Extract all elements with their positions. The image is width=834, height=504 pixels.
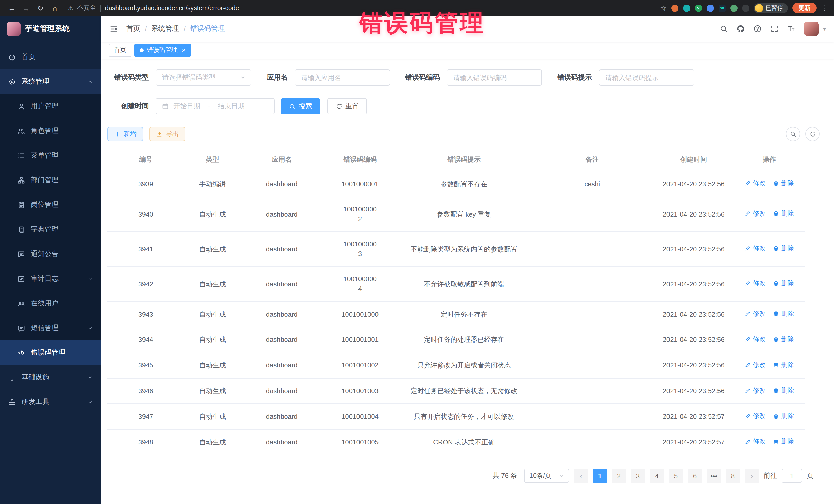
error-type-select[interactable]: 请选择错误码类型 xyxy=(155,69,251,86)
sidebar-item-dept-management[interactable]: 部门管理 xyxy=(0,168,101,193)
font-size-icon[interactable] xyxy=(787,25,795,33)
delete-link[interactable]: 删除 xyxy=(773,279,794,288)
delete-link[interactable]: 删除 xyxy=(773,309,794,319)
delete-link[interactable]: 删除 xyxy=(773,411,794,421)
edit-link[interactable]: 修改 xyxy=(745,411,766,421)
cell-app: dashboard xyxy=(241,327,323,353)
delete-link[interactable]: 删除 xyxy=(773,209,794,219)
page-size-select[interactable]: 10条/页 xyxy=(524,468,569,483)
sidebar-item-infrastructure[interactable]: 基础设施 xyxy=(0,365,101,390)
main-area: 首页 / 系统管理 / 错误码管理 xyxy=(101,16,834,504)
page-button-2[interactable]: 2 xyxy=(612,468,626,483)
fullscreen-icon[interactable] xyxy=(770,25,778,33)
edit-link[interactable]: 修改 xyxy=(745,437,766,447)
help-icon[interactable] xyxy=(753,25,762,33)
sidebar-item-label: 菜单管理 xyxy=(31,151,59,160)
cell-created: 2021-04-20 23:52:57 xyxy=(654,430,733,455)
sidebar-item-dict-management[interactable]: 字典管理 xyxy=(0,217,101,242)
delete-link[interactable]: 删除 xyxy=(773,335,794,344)
page-button-6[interactable]: 6 xyxy=(688,468,702,483)
edit-link[interactable]: 修改 xyxy=(745,309,766,319)
cell-type: 自动生成 xyxy=(184,353,241,378)
bookmark-star-icon[interactable]: ☆ xyxy=(660,4,666,12)
tag-home[interactable]: 首页 xyxy=(109,43,131,57)
sidebar-item-error-code-management[interactable]: 错误码管理 xyxy=(0,340,101,365)
delete-link[interactable]: 删除 xyxy=(773,360,794,370)
export-button[interactable]: 导出 xyxy=(149,127,185,141)
cell-app: dashboard xyxy=(241,267,323,302)
extension-icon[interactable] xyxy=(730,4,737,12)
next-page-button[interactable]: › xyxy=(745,468,759,483)
edit-link[interactable]: 修改 xyxy=(745,360,766,370)
sidebar-item-sms-management[interactable]: 短信管理 xyxy=(0,316,101,340)
prev-page-button[interactable]: ‹ xyxy=(574,468,588,483)
sidebar-item-audit-log[interactable]: 审计日志 xyxy=(0,266,101,291)
browser-menu-icon[interactable]: ⋮ xyxy=(821,4,828,12)
sidebar-item-home[interactable]: 首页 xyxy=(0,45,101,69)
date-range-picker[interactable]: 开始日期 - 结束日期 xyxy=(155,98,275,114)
search-icon[interactable] xyxy=(720,25,728,33)
reset-button[interactable]: 重置 xyxy=(327,98,367,114)
delete-link[interactable]: 删除 xyxy=(773,386,794,395)
extension-icon[interactable] xyxy=(671,4,678,12)
sidebar-item-online-user[interactable]: 在线用户 xyxy=(0,291,101,316)
search-button[interactable]: 搜索 xyxy=(281,98,320,114)
toggle-search-button[interactable] xyxy=(786,127,800,141)
range-separator: - xyxy=(208,103,210,110)
extension-icon[interactable] xyxy=(706,4,714,12)
screenshot-root: ← → ↻ ⌂ ⚠ 不安全 | dashboard.yudao.iocoder.… xyxy=(0,0,834,504)
edit-link[interactable]: 修改 xyxy=(745,386,766,395)
profile-paused-badge[interactable]: 已暂停 xyxy=(754,3,788,13)
page-button-8[interactable]: 8 xyxy=(726,468,740,483)
sidebar-item-notice[interactable]: 通知公告 xyxy=(0,242,101,266)
breadcrumb-item-current: 错误码管理 xyxy=(190,24,225,34)
goto-page-input[interactable] xyxy=(782,468,802,483)
page-button-1[interactable]: 1 xyxy=(593,468,607,483)
sidebar-item-post-management[interactable]: 岗位管理 xyxy=(0,193,101,217)
page-button-3[interactable]: 3 xyxy=(631,468,645,483)
extension-icon[interactable]: on xyxy=(718,4,725,12)
address-bar[interactable]: ⚠ 不安全 | dashboard.yudao.iocoder.cn/syste… xyxy=(68,4,239,12)
close-icon[interactable]: × xyxy=(182,47,185,53)
breadcrumb-item[interactable]: 系统管理 xyxy=(151,24,179,34)
sidebar-item-menu-management[interactable]: 菜单管理 xyxy=(0,143,101,168)
edit-link[interactable]: 修改 xyxy=(745,244,766,254)
delete-link[interactable]: 删除 xyxy=(773,437,794,447)
delete-link[interactable]: 删除 xyxy=(773,179,794,188)
sidebar-item-role-management[interactable]: 角色管理 xyxy=(0,118,101,143)
forward-icon[interactable]: → xyxy=(21,4,32,12)
page-ellipsis[interactable]: ••• xyxy=(707,468,721,483)
sidebar-item-user-management[interactable]: 用户管理 xyxy=(0,94,101,118)
tag-error-code[interactable]: 错误码管理 × xyxy=(134,43,191,57)
app-name-input[interactable] xyxy=(294,69,390,86)
chevron-down-icon[interactable]: ▾ xyxy=(823,26,826,31)
refresh-table-button[interactable] xyxy=(805,127,820,141)
back-icon[interactable]: ← xyxy=(6,4,18,12)
page-button-5[interactable]: 5 xyxy=(669,468,683,483)
browser-update-button[interactable]: 更新 xyxy=(792,3,816,13)
edit-link[interactable]: 修改 xyxy=(745,179,766,188)
extension-icon[interactable]: V xyxy=(695,4,702,12)
extension-icon[interactable] xyxy=(683,4,690,12)
cell-type: 手动编辑 xyxy=(184,171,241,197)
column-header: 创建时间 xyxy=(654,148,733,171)
cell-actions: 修改删除 xyxy=(733,197,805,232)
extension-puzzle-icon[interactable] xyxy=(742,4,749,12)
breadcrumb-item[interactable]: 首页 xyxy=(126,24,140,34)
edit-link[interactable]: 修改 xyxy=(745,209,766,219)
page-button-4[interactable]: 4 xyxy=(650,468,664,483)
sidebar-item-dev-tools[interactable]: 研发工具 xyxy=(0,390,101,414)
chevron-up-icon xyxy=(87,79,93,84)
hamburger-icon[interactable] xyxy=(109,24,118,33)
add-button[interactable]: 新增 xyxy=(107,127,143,141)
delete-link[interactable]: 删除 xyxy=(773,244,794,254)
user-avatar[interactable] xyxy=(804,22,819,36)
edit-link[interactable]: 修改 xyxy=(745,279,766,288)
error-code-input[interactable] xyxy=(446,69,542,86)
sidebar-item-system-management[interactable]: 系统管理 xyxy=(0,69,101,94)
reload-icon[interactable]: ↻ xyxy=(35,4,46,12)
browser-home-icon[interactable]: ⌂ xyxy=(49,4,61,12)
github-icon[interactable] xyxy=(737,25,745,33)
error-hint-input[interactable] xyxy=(599,69,694,86)
edit-link[interactable]: 修改 xyxy=(745,335,766,344)
